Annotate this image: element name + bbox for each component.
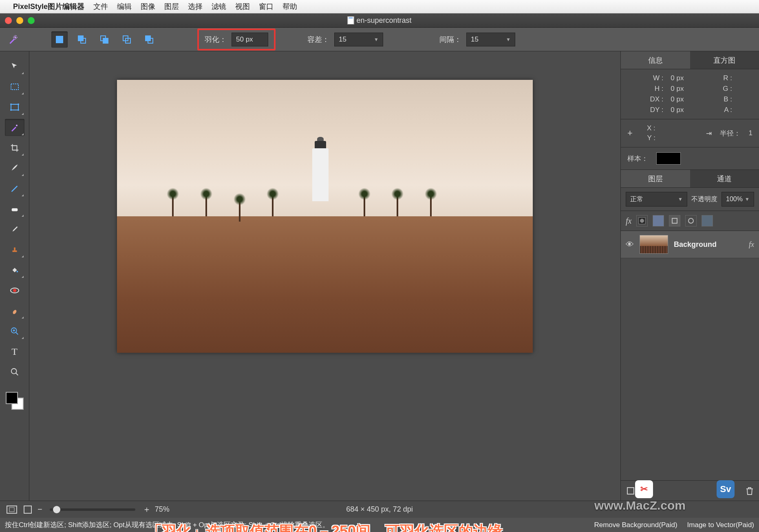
document-icon [347, 16, 354, 24]
layer-mask-icon[interactable] [636, 215, 648, 226]
pencil-tool[interactable] [5, 180, 24, 197]
selection-intersect-button[interactable] [119, 31, 135, 48]
tab-layers[interactable]: 图层 [621, 170, 690, 187]
canvas-image[interactable] [117, 80, 533, 353]
new-layer-icon[interactable] [627, 487, 635, 495]
layer-name: Background [674, 240, 743, 249]
eyedropper-tool[interactable] [5, 221, 24, 238]
tab-histogram[interactable]: 直方图 [690, 51, 759, 69]
bucket-tool[interactable] [5, 262, 24, 279]
blend-mode-value: 正常 [630, 195, 643, 204]
stamp-tool[interactable] [5, 241, 24, 258]
svg-rect-17 [11, 208, 18, 211]
selection-exclude-button[interactable] [141, 31, 157, 48]
move-tool[interactable] [5, 58, 24, 75]
canvas-area[interactable]: 「羽化」选项取值范围在0－250间，可羽化选区的边缘 [29, 51, 620, 501]
menu-filter[interactable]: 滤镜 [212, 2, 226, 11]
info-a-label: A : [717, 106, 732, 114]
opacity-value: 100% [726, 196, 743, 203]
traffic-lights [5, 17, 35, 24]
macos-menubar: PixelStyle图片编辑器 文件 编辑 图像 图层 选择 滤镜 视图 窗口 … [0, 0, 759, 13]
scissors-app-icon[interactable]: ✂ [635, 480, 653, 498]
tolerance-select[interactable]: 15 ▼ [334, 33, 383, 46]
radius-label: 半径： [720, 129, 741, 138]
info-r-label: R : [717, 74, 732, 82]
zoom-out-icon[interactable]: − [38, 505, 42, 514]
fx-square-4[interactable] [702, 215, 713, 226]
svg-point-22 [13, 289, 16, 292]
fx-square-3[interactable] [685, 215, 697, 226]
opacity-select[interactable]: 100%▼ [721, 192, 754, 207]
minimize-window-button[interactable] [16, 17, 23, 24]
menu-layer[interactable]: 图层 [164, 2, 179, 11]
svg-point-15 [18, 109, 19, 111]
smudge-tool[interactable] [5, 302, 24, 319]
svg-rect-18 [12, 251, 17, 252]
info-panel: W :0 px H :0 px DX :0 px DY :0 px R : G … [621, 69, 759, 119]
info-dx-value: 0 px [666, 95, 684, 103]
menu-file[interactable]: 文件 [93, 2, 108, 11]
sample-swatch [656, 152, 681, 165]
selection-add-button[interactable] [74, 31, 90, 48]
tab-info[interactable]: 信息 [621, 51, 690, 69]
tab-channels[interactable]: 通道 [690, 170, 759, 187]
brush-tool[interactable] [5, 160, 24, 177]
menu-image[interactable]: 图像 [141, 2, 155, 11]
zoom-slider[interactable] [50, 508, 135, 511]
svg-rect-1 [56, 36, 63, 43]
close-window-button[interactable] [5, 17, 12, 24]
svg-rect-38 [24, 506, 31, 513]
tolerance-value: 15 [339, 35, 346, 44]
rect-select-tool[interactable] [5, 78, 24, 95]
crop-tool[interactable] [5, 139, 24, 156]
magic-wand-tool[interactable] [5, 119, 24, 136]
fx-square-1[interactable] [653, 215, 664, 226]
selection-subtract-button[interactable] [96, 31, 113, 48]
visibility-icon[interactable]: 👁 [626, 240, 634, 249]
image-to-vector-link[interactable]: Image to Vector(Paid) [687, 521, 754, 529]
arrow-right-icon: ⇥ [706, 129, 712, 138]
plus-icon[interactable]: + [627, 128, 633, 138]
blend-mode-select[interactable]: 正常▼ [626, 192, 687, 207]
menu-view[interactable]: 视图 [235, 2, 250, 11]
menu-select[interactable]: 选择 [188, 2, 203, 11]
fit-screen-icon[interactable] [7, 506, 17, 514]
feather-input[interactable] [232, 33, 268, 46]
sv-app-icon[interactable]: Sv [717, 480, 735, 498]
maximize-window-button[interactable] [28, 17, 35, 24]
svg-point-14 [10, 109, 12, 111]
menu-help[interactable]: 帮助 [282, 2, 297, 11]
document-name: en-supercontrast [356, 16, 411, 25]
redeye-tool[interactable] [5, 282, 24, 299]
chevron-down-icon: ▼ [678, 196, 683, 202]
interval-value: 15 [471, 35, 479, 44]
layer-item[interactable]: 👁 Background fx [621, 231, 759, 258]
interval-select[interactable]: 15 ▼ [466, 33, 515, 46]
app-name[interactable]: PixelStyle图片编辑器 [13, 2, 84, 11]
color-swatches[interactable] [6, 392, 24, 410]
info-b-label: B : [717, 95, 732, 103]
trash-icon[interactable] [746, 487, 753, 495]
text-tool[interactable]: T [5, 343, 24, 360]
svg-rect-11 [11, 104, 18, 110]
remove-bg-link[interactable]: Remove Background(Paid) [594, 521, 677, 529]
selection-new-button[interactable] [51, 31, 68, 48]
foreground-color-swatch[interactable] [6, 392, 18, 404]
fx-label[interactable]: fx [626, 216, 631, 226]
svg-point-12 [10, 103, 12, 105]
eraser-tool[interactable] [5, 200, 24, 218]
layer-fx-indicator[interactable]: fx [749, 240, 754, 249]
fx-square-2[interactable] [669, 215, 680, 226]
svg-point-27 [11, 369, 16, 374]
menu-window[interactable]: 窗口 [259, 2, 274, 11]
menu-edit[interactable]: 编辑 [117, 2, 132, 11]
actual-size-icon[interactable] [24, 506, 32, 514]
zoom-out-tool[interactable] [5, 363, 24, 380]
chevron-down-icon: ▼ [745, 196, 750, 202]
chevron-down-icon: ▼ [374, 37, 379, 42]
zoom-in-icon[interactable]: ＋ [143, 504, 151, 515]
transform-tool[interactable] [5, 99, 24, 116]
zoom-tool[interactable] [5, 323, 24, 340]
feather-highlight: 羽化： [197, 29, 276, 51]
info-g-value [735, 85, 752, 93]
